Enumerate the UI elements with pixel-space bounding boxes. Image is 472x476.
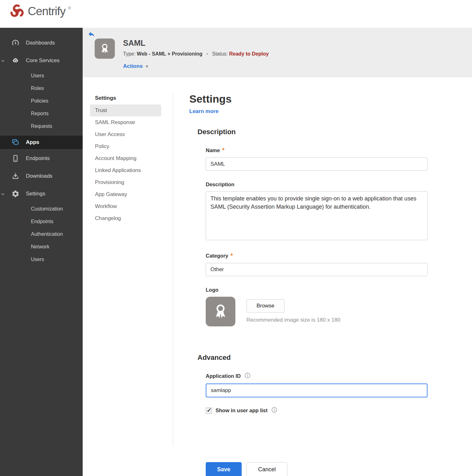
chevron-down-icon[interactable] bbox=[1, 58, 5, 63]
app-logo-preview bbox=[206, 297, 235, 326]
centrify-swirl-icon bbox=[9, 3, 25, 20]
app-header: SAML Type: Web - SAML + Provisioning • S… bbox=[83, 28, 472, 77]
ribbon-icon bbox=[211, 302, 230, 321]
subnav-title: Settings bbox=[90, 92, 161, 104]
core-services-icon bbox=[11, 57, 20, 65]
application-id-label: Application ID bbox=[206, 373, 241, 379]
app-meta-line: Type: Web - SAML + Provisioning • Status… bbox=[123, 51, 269, 57]
sidebar-item-requests[interactable]: Requests bbox=[0, 120, 83, 133]
required-marker: * bbox=[222, 147, 224, 154]
sidebar-item-label: Dashboards bbox=[26, 40, 55, 46]
tab-workflow[interactable]: Workflow bbox=[90, 200, 161, 212]
sidebar-item-label: Settings bbox=[26, 191, 45, 197]
top-bar: Centrify ® bbox=[0, 0, 472, 28]
status-badge: Ready to Deploy bbox=[229, 51, 268, 57]
checkmark-icon: ✓ bbox=[207, 407, 212, 414]
tab-trust[interactable]: Trust bbox=[90, 104, 161, 116]
sidebar-item-label: Downloads bbox=[26, 173, 52, 179]
tab-changelog[interactable]: Changelog bbox=[90, 212, 161, 224]
sidebar-item-endpoints[interactable]: Endpoints bbox=[0, 150, 83, 167]
logo-label: Logo bbox=[206, 287, 218, 293]
info-icon[interactable] bbox=[271, 407, 277, 414]
status-label: Status: bbox=[212, 51, 228, 57]
actions-dropdown[interactable]: Actions ▼ bbox=[123, 63, 149, 69]
name-label-row: Name * bbox=[206, 147, 428, 154]
category-label-row: Category * bbox=[206, 252, 428, 259]
sidebar-item-settings[interactable]: Settings bbox=[0, 185, 83, 203]
logo-label-row: Logo bbox=[206, 287, 428, 293]
core-services-subnav: Users Roles Policies Reports Requests bbox=[0, 69, 83, 133]
sidebar-item-policies[interactable]: Policies bbox=[0, 95, 83, 107]
tab-app-gateway[interactable]: App Gateway bbox=[90, 188, 161, 200]
advanced-heading: Advanced bbox=[198, 354, 428, 362]
apps-icon bbox=[11, 138, 20, 146]
sidebar: Dashboards Core Services Users Roles Pol… bbox=[0, 28, 83, 476]
sidebar-item-network[interactable]: Network bbox=[0, 241, 83, 253]
meta-separator: • bbox=[206, 51, 208, 57]
back-arrow-icon[interactable] bbox=[88, 30, 95, 38]
name-field[interactable] bbox=[206, 158, 428, 171]
sidebar-item-reports[interactable]: Reports bbox=[0, 107, 83, 120]
ribbon-icon bbox=[98, 42, 111, 55]
application-id-field[interactable] bbox=[206, 384, 428, 397]
description-heading: Description bbox=[198, 128, 428, 136]
tab-saml-response[interactable]: SAML Response bbox=[90, 116, 161, 128]
logo-size-hint: Recommended image size is 180 x 180 bbox=[246, 317, 340, 323]
tab-linked-applications[interactable]: Linked Applications bbox=[90, 164, 161, 176]
phone-icon bbox=[11, 154, 20, 163]
sidebar-item-label: Core Services bbox=[26, 57, 60, 64]
type-label: Type: bbox=[123, 51, 135, 57]
gear-icon bbox=[11, 190, 20, 198]
sidebar-item-users[interactable]: Users bbox=[0, 69, 83, 82]
tab-policy[interactable]: Policy bbox=[90, 140, 161, 152]
category-label: Category bbox=[206, 253, 228, 259]
settings-form: Settings Learn more Description Name * D… bbox=[189, 88, 428, 476]
tab-user-access[interactable]: User Access bbox=[90, 128, 161, 140]
actions-label: Actions bbox=[123, 63, 143, 69]
type-value: Web - SAML + Provisioning bbox=[137, 51, 203, 57]
cancel-button[interactable]: Cancel bbox=[246, 462, 287, 476]
app-logo-badge bbox=[95, 39, 115, 59]
content-divider bbox=[173, 93, 173, 446]
application-id-label-row: Application ID bbox=[206, 372, 428, 380]
tab-provisioning[interactable]: Provisioning bbox=[90, 176, 161, 188]
tab-account-mapping[interactable]: Account Mapping bbox=[90, 152, 161, 164]
show-in-user-app-list-label: Show in user app list bbox=[215, 408, 268, 414]
sidebar-item-apps[interactable]: Apps bbox=[0, 135, 83, 150]
brand-name: Centrify bbox=[28, 3, 65, 20]
download-icon bbox=[11, 172, 20, 180]
centrify-logo: Centrify ® bbox=[9, 3, 71, 20]
page-title: SAML bbox=[123, 39, 145, 48]
learn-more-link[interactable]: Learn more bbox=[189, 108, 219, 115]
info-icon[interactable] bbox=[245, 372, 251, 380]
show-in-user-app-list-checkbox[interactable]: ✓ bbox=[206, 408, 212, 414]
registered-mark: ® bbox=[68, 6, 71, 10]
sidebar-item-settings-endpoints[interactable]: Endpoints bbox=[0, 215, 83, 228]
save-button[interactable]: Save bbox=[206, 462, 242, 476]
sidebar-item-settings-users[interactable]: Users bbox=[0, 253, 83, 266]
required-marker: * bbox=[231, 252, 233, 259]
name-label: Name bbox=[206, 147, 220, 153]
description-label-row: Description bbox=[206, 181, 428, 187]
gauge-icon bbox=[11, 39, 20, 47]
section-heading: Settings bbox=[189, 93, 428, 105]
category-field[interactable] bbox=[206, 263, 428, 276]
sidebar-item-roles[interactable]: Roles bbox=[0, 82, 83, 95]
description-label: Description bbox=[206, 181, 234, 187]
sidebar-item-dashboards[interactable]: Dashboards bbox=[0, 34, 83, 52]
settings-subnav: Customization Endpoints Authentication N… bbox=[0, 203, 83, 266]
sidebar-item-customization[interactable]: Customization bbox=[0, 203, 83, 215]
chevron-down-icon[interactable] bbox=[1, 192, 5, 196]
description-field[interactable]: This template enables you to provide sin… bbox=[206, 191, 428, 240]
sidebar-item-label: Endpoints bbox=[26, 155, 50, 162]
caret-down-icon: ▼ bbox=[145, 64, 149, 69]
sidebar-item-downloads[interactable]: Downloads bbox=[0, 167, 83, 185]
browse-button[interactable]: Browse bbox=[246, 299, 285, 312]
sidebar-item-authentication[interactable]: Authentication bbox=[0, 228, 83, 241]
sidebar-item-label: Apps bbox=[26, 139, 39, 146]
settings-subnav-panel: Settings Trust SAML Response User Access… bbox=[90, 92, 161, 224]
sidebar-item-core-services[interactable]: Core Services bbox=[0, 52, 83, 69]
